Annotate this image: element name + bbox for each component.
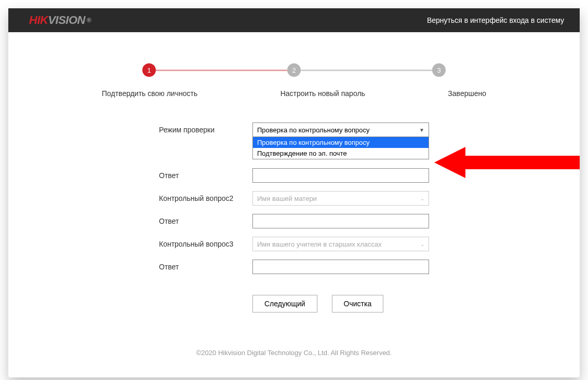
question3-select[interactable]: Имя вашего учителя в старших классах ⌄: [252, 237, 429, 251]
answer1-row: Ответ: [159, 168, 429, 183]
step-labels-row: Подтвердить свою личность Настроить новы…: [102, 89, 486, 98]
chevron-down-icon: ⌄: [420, 241, 424, 247]
question3-row: Контрольный вопрос3 Имя вашего учителя в…: [159, 237, 429, 251]
brand-logo: HIKVISION®: [29, 13, 91, 27]
step-line-1-2: [156, 70, 287, 71]
step-1-label: Подтвердить свою личность: [102, 89, 197, 98]
step-line-2-3: [301, 70, 432, 71]
chevron-down-icon: ▼: [419, 127, 424, 133]
mode-label: Режим проверки: [159, 123, 252, 134]
step-2-label: Настроить новый пароль: [280, 89, 365, 98]
answer3-row: Ответ: [159, 260, 429, 274]
progress-stepper: 1 2 3: [142, 63, 446, 77]
mode-dropdown-list: Проверка по контрольному вопросу Подтвер…: [252, 137, 429, 159]
answer3-label: Ответ: [159, 260, 252, 271]
logo-vision: VISION: [48, 13, 85, 27]
answer2-row: Ответ: [159, 214, 429, 228]
mode-option-email[interactable]: Подтверждение по эл. почте: [253, 148, 429, 159]
step-2-bubble: 2: [287, 63, 301, 77]
mode-selected-value: Проверка по контрольному вопросу: [257, 126, 370, 134]
step-3-label: Завершено: [448, 89, 486, 98]
question2-row: Контрольный вопрос2 Имя вашей матери ⌄: [159, 191, 429, 206]
page-container: HIKVISION® Вернуться в интерфейс входа в…: [8, 8, 580, 377]
step-3-bubble: 3: [432, 63, 446, 77]
mode-option-security-question[interactable]: Проверка по контрольному вопросу: [253, 137, 429, 148]
back-to-login-link[interactable]: Вернуться в интерфейс входа в систему: [427, 16, 564, 24]
clear-button[interactable]: Очистка: [332, 295, 384, 313]
answer2-label: Ответ: [159, 214, 252, 225]
logo-hik: HIK: [29, 13, 48, 27]
form-area: Режим проверки Проверка по контрольному …: [159, 123, 429, 313]
step-1-bubble: 1: [142, 63, 156, 77]
footer-text: ©2020 Hikvision Digital Technology Co., …: [8, 349, 580, 357]
main-content: 1 2 3 Подтвердить свою личность Настроит…: [8, 32, 580, 377]
button-row: Следующий Очистка: [252, 295, 429, 313]
answer1-label: Ответ: [159, 168, 252, 180]
question3-label: Контрольный вопрос3: [159, 237, 252, 248]
next-button[interactable]: Следующий: [252, 295, 317, 313]
question2-placeholder: Имя вашей матери: [257, 195, 317, 202]
mode-select[interactable]: Проверка по контрольному вопросу ▼: [252, 123, 429, 137]
answer3-input[interactable]: [252, 260, 429, 274]
answer1-input[interactable]: [252, 168, 429, 183]
answer2-input[interactable]: [252, 214, 429, 228]
question2-label: Контрольный вопрос2: [159, 191, 252, 202]
header-bar: HIKVISION® Вернуться в интерфейс входа в…: [8, 8, 580, 32]
mode-control: Проверка по контрольному вопросу ▼ Прове…: [252, 123, 429, 137]
chevron-down-icon: ⌄: [420, 196, 424, 201]
logo-registered: ®: [87, 17, 91, 24]
question2-select[interactable]: Имя вашей матери ⌄: [252, 191, 429, 206]
question3-placeholder: Имя вашего учителя в старших классах: [257, 240, 382, 248]
mode-row: Режим проверки Проверка по контрольному …: [159, 123, 429, 137]
